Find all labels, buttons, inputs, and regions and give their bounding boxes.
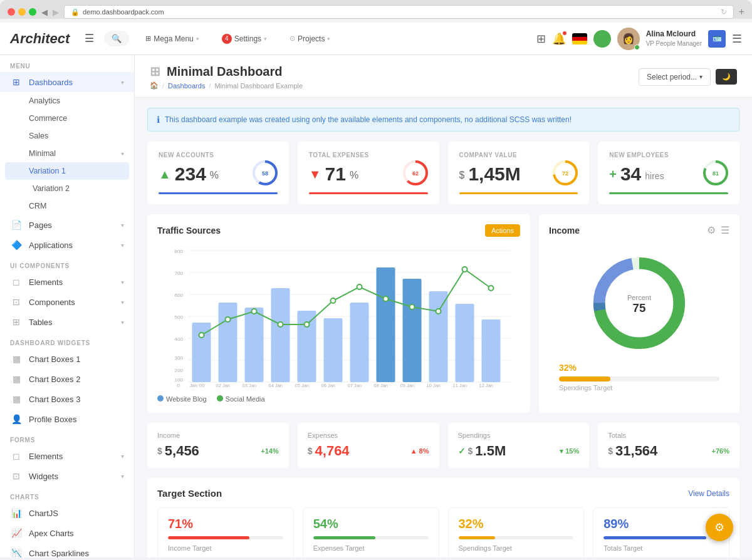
expenses-change: ▲ 8% [410, 447, 429, 455]
sidebar-sub-variation1[interactable]: Variation 1 [5, 162, 129, 180]
stat-arrow-up: ▲ [159, 167, 171, 182]
income-chart-title: Income [549, 226, 580, 236]
svg-text:500: 500 [175, 314, 184, 320]
sidebar-item-pages[interactable]: 📄 Pages ▾ [0, 215, 134, 235]
mega-menu-button[interactable]: ⊞ Mega Menu ▾ [139, 31, 205, 46]
select-period-button[interactable]: Select period... ▾ [639, 68, 711, 86]
sidebar-sub-variation2[interactable]: Variation 2 [0, 180, 134, 197]
sidebar-sub-commerce[interactable]: Commerce [0, 110, 134, 127]
svg-rect-31 [271, 288, 290, 382]
refresh-icon[interactable]: ↻ [721, 8, 727, 16]
stat-circle-company: 72 [551, 159, 579, 187]
browser-back-icon[interactable]: ◀ [41, 8, 48, 17]
settings-button[interactable]: 4 Settings ▾ [216, 31, 273, 47]
sidebar-item-chart-boxes-3[interactable]: ▦ Chart Boxes 3 [0, 389, 134, 409]
sidebar-item-chart-boxes-2[interactable]: ▦ Chart Boxes 2 [0, 369, 134, 389]
sidebar-section-ui: UI COMPONENTS [0, 255, 134, 272]
search-icon: 🔍 [112, 34, 122, 43]
stat-circle-employees: 81 [702, 159, 729, 187]
flag-green[interactable] [593, 30, 611, 48]
spendings-change: ▾ 15% [560, 447, 579, 455]
projects-button[interactable]: ⊙ Projects ▾ [283, 31, 337, 46]
applications-icon: 🔷 [10, 240, 23, 250]
sidebar-item-tables[interactable]: ⊞ Tables ▾ [0, 312, 134, 332]
fab-button[interactable]: ⚙ [706, 514, 733, 541]
user-card-button[interactable]: 🪪 [708, 30, 726, 48]
svg-text:11 Jan: 11 Jan [453, 383, 467, 388]
breadcrumb-dashboards[interactable]: Dashboards [168, 82, 205, 90]
page-title-icon: ⊞ [150, 64, 160, 79]
svg-text:07 Jan: 07 Jan [348, 383, 362, 388]
close-dot[interactable] [8, 8, 15, 16]
sidebar-item-components[interactable]: ⊡ Components ▾ [0, 292, 134, 312]
sidebar-item-chartjs[interactable]: 📊 ChartJS [0, 503, 134, 523]
chartjs-icon: 📊 [10, 508, 23, 518]
browser-url-bar[interactable]: 🔒 demo.dashboardpack.com ↻ [64, 5, 734, 19]
apex-charts-icon: 📈 [10, 528, 23, 538]
sidebar-sub-crm[interactable]: CRM [0, 197, 134, 215]
more-menu-icon[interactable]: ☰ [732, 32, 742, 46]
sidebar-item-form-widgets[interactable]: ⊡ Widgets ▾ [0, 466, 134, 486]
browser-forward-icon[interactable]: ▶ [53, 8, 59, 17]
gear-button[interactable]: ⚙ [707, 224, 716, 236]
maximize-dot[interactable] [29, 8, 36, 16]
chevron-icon: ▾ [121, 299, 124, 306]
dashboard-icon: ⊞ [10, 77, 23, 87]
sidebar-item-profile-boxes[interactable]: 👤 Profile Boxes [0, 409, 134, 429]
dark-toggle-button[interactable]: 🌙 [716, 69, 737, 85]
sidebar-item-form-elements[interactable]: ◻ Elements ▾ [0, 446, 134, 466]
chart-legend: Website Blog Social Media [157, 395, 520, 403]
traffic-chart-title: Traffic Sources [157, 226, 221, 236]
svg-text:03 Jan: 03 Jan [243, 383, 257, 388]
sidebar-sub-sales[interactable]: Sales [0, 127, 134, 145]
svg-text:62: 62 [412, 170, 418, 177]
form-elements-icon: ◻ [10, 451, 23, 461]
svg-text:72: 72 [562, 170, 568, 177]
home-icon[interactable]: 🏠 [150, 81, 159, 90]
menu-dots-button[interactable]: ☰ [721, 224, 729, 236]
chart-box-icon: ▦ [10, 394, 23, 404]
page-header-left: ⊞ Minimal Dashboard 🏠 / Dashboards / Min… [150, 64, 303, 90]
user-avatar[interactable]: 👩 [617, 28, 640, 50]
chevron-icon: ▾ [121, 453, 124, 460]
svg-rect-37 [429, 291, 448, 382]
stat-arrow-down: ▼ [309, 167, 321, 182]
view-details-link[interactable]: View Details [688, 489, 729, 498]
new-tab-icon[interactable]: + [739, 6, 744, 18]
sidebar-item-dashboards[interactable]: ⊞ Dashboards ▾ [0, 72, 134, 92]
sidebar-item-elements[interactable]: ◻ Elements ▾ [0, 272, 134, 292]
sidebar-item-applications[interactable]: 🔷 Applications ▾ [0, 235, 134, 255]
svg-text:600: 600 [175, 293, 184, 298]
minimize-dot[interactable] [18, 8, 26, 16]
search-box[interactable]: 🔍 [104, 31, 129, 46]
sidebar-sub-minimal[interactable]: Minimal ▾ [0, 145, 134, 162]
sidebar-item-chart-boxes-1[interactable]: ▦ Chart Boxes 1 [0, 349, 134, 369]
chevron-icon: ▾ [121, 279, 124, 286]
top-nav: Architect ☰ 🔍 ⊞ Mega Menu ▾ 4 Settings ▾… [0, 23, 752, 55]
user-role: VP People Manager [646, 39, 702, 48]
sidebar-sub-analytics[interactable]: Analytics [0, 92, 134, 110]
spendings-target-label: Spendings Target [559, 384, 719, 391]
sidebar-item-apex-charts[interactable]: 📈 Apex Charts [0, 523, 134, 543]
logo: Architect [10, 31, 70, 47]
actions-button[interactable]: Actions [485, 224, 520, 237]
sidebar-item-chart-sparklines[interactable]: 📉 Chart Sparklines [0, 543, 134, 557]
stat-company-value: COMPANY VALUE $ 1,45M 72 [448, 142, 590, 204]
flag-de[interactable] [572, 33, 587, 44]
svg-text:10 Jan: 10 Jan [427, 383, 441, 388]
svg-rect-39 [482, 319, 501, 382]
svg-point-42 [252, 309, 257, 314]
income-card: Income ⚙ ☰ Perce [539, 214, 739, 413]
sparklines-icon: 📉 [10, 548, 23, 557]
bottom-stats-row: Income $ 5,456 +14% Expenses $ 4,764 ▲ 8… [147, 423, 739, 468]
hamburger-button[interactable]: ☰ [85, 32, 94, 45]
grid-apps-icon[interactable]: ⊞ [536, 32, 546, 46]
target-section: Target Section View Details 71% Income T… [147, 478, 739, 557]
tables-icon: ⊞ [10, 317, 23, 327]
form-widgets-icon: ⊡ [10, 471, 23, 481]
svg-point-47 [384, 296, 389, 301]
notification-bell[interactable]: 🔔 [552, 32, 566, 46]
moon-icon: 🌙 [722, 73, 731, 81]
svg-text:400: 400 [175, 336, 184, 342]
notification-dot [562, 31, 567, 36]
